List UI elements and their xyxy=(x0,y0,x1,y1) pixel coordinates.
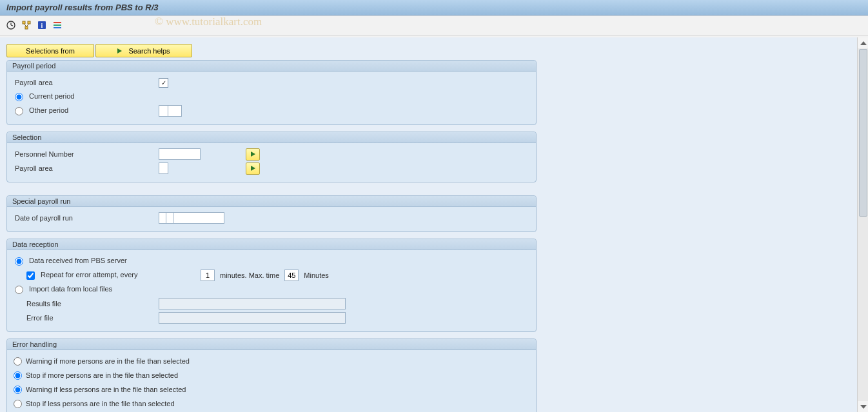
pbs-server-label: Data received from PBS server xyxy=(29,257,127,264)
group-data-reception: Data reception Data received from PBS se… xyxy=(6,239,537,332)
eh-opt2-label: Stop if more persons are in the file tha… xyxy=(26,371,178,379)
other-period-radio[interactable] xyxy=(15,107,23,115)
info-icon[interactable]: i xyxy=(36,19,48,31)
current-period-label: Current period xyxy=(29,92,74,100)
group-header: Data reception xyxy=(7,239,536,250)
date-payroll-input-3[interactable] xyxy=(173,212,224,224)
payroll-area-label: Payroll area xyxy=(14,79,159,86)
eh-opt4-label: Stop if less persons are in the file tha… xyxy=(26,400,175,407)
eh-opt1-label: Warning if more persons are in the file … xyxy=(26,357,190,365)
sel-payroll-area-label: Payroll area xyxy=(14,164,159,172)
eh-opt3-label: Warning if less persons are in the file … xyxy=(26,386,186,393)
eh-opt1-radio[interactable] xyxy=(14,357,22,366)
arrow-right-icon xyxy=(251,166,255,171)
app-toolbar: i © www.tutorialkart.com xyxy=(0,15,868,35)
other-period-input-1[interactable] xyxy=(159,105,168,117)
scroll-up-button[interactable] xyxy=(858,37,868,48)
pbs-server-radio[interactable] xyxy=(15,257,23,266)
svg-line-7 xyxy=(26,24,29,26)
svg-line-6 xyxy=(24,24,26,26)
other-period-label: Other period xyxy=(29,106,68,114)
search-helps-label: Search helps xyxy=(128,47,170,55)
repeat-minutes-input[interactable] xyxy=(201,270,215,281)
arrow-right-icon xyxy=(251,152,255,157)
list-icon[interactable] xyxy=(52,19,63,31)
personnel-number-multi-select-button[interactable] xyxy=(246,148,260,161)
repeat-error-label: Repeat for error attempt, every xyxy=(41,271,137,279)
max-text: Minutes xyxy=(304,271,329,279)
eh-opt3-radio[interactable] xyxy=(14,386,22,394)
max-time-input[interactable] xyxy=(284,270,299,281)
sel-payroll-area-input[interactable] xyxy=(159,162,168,174)
personnel-number-input[interactable] xyxy=(159,148,201,160)
current-period-radio[interactable] xyxy=(15,93,23,101)
results-file-input[interactable] xyxy=(159,298,346,309)
eh-opt4-radio[interactable] xyxy=(14,400,22,408)
other-period-input-2[interactable] xyxy=(168,105,182,117)
group-special-payroll: Special payroll run Date of payroll run xyxy=(6,195,537,232)
results-file-label: Results file xyxy=(14,300,159,308)
chevron-up-icon xyxy=(860,41,867,45)
svg-rect-11 xyxy=(54,25,61,26)
content-area: Selections from Search helps Payroll per… xyxy=(0,37,868,412)
scroll-thumb[interactable] xyxy=(859,49,867,217)
payroll-area-multi-select-button[interactable] xyxy=(246,162,260,175)
group-header: Error handling xyxy=(7,339,536,350)
group-header: Special payroll run xyxy=(7,196,536,207)
chevron-down-icon xyxy=(860,405,867,409)
search-helps-button[interactable]: Search helps xyxy=(95,44,192,57)
group-header: Selection xyxy=(7,132,536,143)
window-title: Import payroll results from PBS to R/3 xyxy=(0,0,868,15)
local-files-label: Import data from local files xyxy=(29,285,112,293)
payroll-area-value-box[interactable]: ✓ xyxy=(159,78,168,88)
svg-text:i: i xyxy=(41,22,43,29)
group-selection: Selection Personnel Number Payroll area xyxy=(6,132,537,182)
execute-icon[interactable] xyxy=(5,19,17,31)
svg-rect-3 xyxy=(23,21,25,24)
local-files-radio[interactable] xyxy=(15,286,23,294)
svg-rect-12 xyxy=(54,27,61,28)
repeat-error-checkbox[interactable] xyxy=(26,271,35,280)
group-header: Payroll period xyxy=(7,61,536,72)
selections-from-button[interactable]: Selections from xyxy=(6,44,94,57)
svg-rect-5 xyxy=(25,26,28,29)
error-file-input[interactable] xyxy=(159,312,346,324)
variant-icon[interactable] xyxy=(21,19,32,31)
group-error-handling: Error handling Warning if more persons a… xyxy=(6,338,537,412)
svg-rect-4 xyxy=(28,21,30,24)
error-file-label: Error file xyxy=(14,314,159,322)
date-payroll-run-label: Date of payroll run xyxy=(14,214,159,222)
watermark-text: © www.tutorialkart.com xyxy=(155,15,262,28)
personnel-number-label: Personnel Number xyxy=(14,150,159,158)
group-payroll-period: Payroll period Payroll area ✓ Current pe… xyxy=(6,60,537,125)
svg-rect-10 xyxy=(54,22,61,23)
minutes-text: minutes. Max. time xyxy=(220,271,279,279)
vertical-scrollbar[interactable] xyxy=(857,37,868,412)
eh-opt2-radio[interactable] xyxy=(14,371,22,380)
scroll-down-button[interactable] xyxy=(858,401,868,412)
svg-line-2 xyxy=(11,25,13,26)
